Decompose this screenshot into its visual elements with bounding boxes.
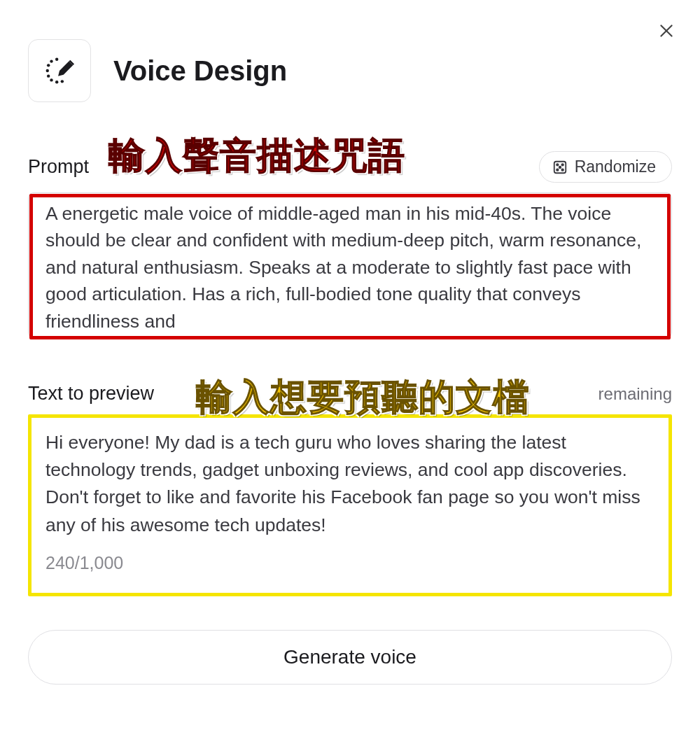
- svg-point-14: [556, 169, 559, 171]
- svg-point-7: [55, 80, 58, 83]
- svg-point-13: [559, 166, 561, 168]
- svg-point-15: [561, 169, 564, 171]
- svg-point-8: [61, 80, 64, 83]
- prompt-textarea-wrap: [28, 192, 672, 341]
- voice-design-icon: [43, 55, 76, 87]
- close-icon: [657, 22, 676, 40]
- dialog-header: Voice Design: [0, 0, 700, 109]
- svg-point-9: [55, 58, 58, 61]
- generate-voice-button[interactable]: Generate voice: [28, 630, 672, 685]
- preview-counter: 240/1,000: [46, 550, 654, 576]
- prompt-annotation: 輸入聲音描述咒語: [108, 132, 405, 181]
- prompt-label-row: Prompt Randomize 輸入聲音描述咒語: [28, 151, 672, 183]
- svg-point-4: [46, 69, 49, 72]
- prompt-textarea[interactable]: [28, 192, 672, 338]
- preview-label-row: Text to preview remaining 輸入想要預聽的文檔: [28, 383, 672, 405]
- randomize-button[interactable]: Randomize: [539, 151, 672, 183]
- dialog-title: Voice Design: [113, 55, 287, 87]
- preview-label: Text to preview: [28, 383, 154, 405]
- close-button[interactable]: [655, 20, 678, 42]
- randomize-icon: [552, 160, 568, 175]
- svg-point-2: [50, 59, 52, 62]
- voice-design-icon-box: [28, 39, 91, 102]
- preview-text: Hi everyone! My dad is a tech guru who l…: [46, 432, 640, 535]
- prompt-section: Prompt Randomize 輸入聲音描述咒語: [0, 151, 700, 341]
- svg-point-6: [50, 78, 52, 81]
- preview-remaining: remaining: [598, 384, 672, 404]
- prompt-label: Prompt: [28, 156, 89, 178]
- svg-point-3: [47, 64, 50, 66]
- svg-point-12: [561, 164, 564, 166]
- preview-textarea[interactable]: Hi everyone! My dad is a tech guru who l…: [28, 414, 672, 596]
- svg-point-5: [47, 74, 50, 77]
- svg-point-11: [556, 164, 559, 166]
- randomize-label: Randomize: [575, 157, 656, 176]
- preview-box-wrap: Hi everyone! My dad is a tech guru who l…: [28, 414, 672, 596]
- preview-section: Text to preview remaining 輸入想要預聽的文檔 Hi e…: [0, 383, 700, 596]
